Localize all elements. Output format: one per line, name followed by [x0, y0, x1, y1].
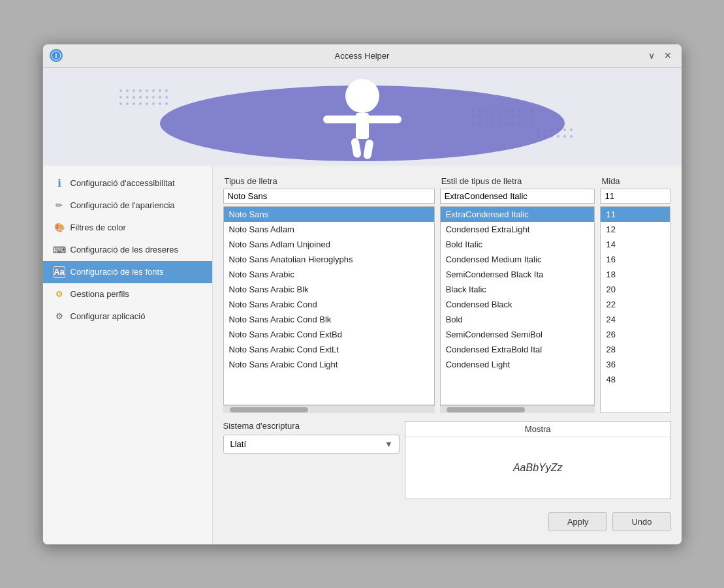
svg-point-9	[165, 89, 168, 92]
list-item[interactable]: Noto Sans Arabic Cond ExtBd	[224, 327, 434, 342]
svg-text:i: i	[55, 52, 57, 59]
list-item[interactable]: Condensed Light	[441, 357, 595, 372]
list-item[interactable]: 18	[601, 267, 670, 282]
font-style-scrollbar-h[interactable]	[440, 405, 595, 413]
minimize-button[interactable]: ∨	[645, 49, 658, 62]
svg-point-2	[119, 89, 122, 92]
list-item[interactable]: Black Italic	[441, 282, 595, 297]
list-item[interactable]: Noto Sans	[224, 207, 434, 222]
list-item[interactable]: Noto Sans Arabic	[224, 267, 434, 282]
font-type-scrollbar-h[interactable]	[223, 405, 435, 413]
list-item[interactable]: Noto Sans Arabic Cond ExtLt	[224, 342, 434, 357]
list-item[interactable]: 26	[601, 327, 670, 342]
list-item[interactable]: 28	[601, 342, 670, 357]
list-item[interactable]: 14	[601, 237, 670, 252]
font-type-input[interactable]	[223, 189, 435, 204]
accessibility-icon: ℹ	[54, 178, 65, 189]
font-type-list[interactable]: Noto Sans Noto Sans Adlam Noto Sans Adla…	[223, 206, 435, 405]
svg-point-21	[139, 102, 142, 105]
list-item[interactable]: Condensed ExtraLight	[441, 222, 595, 237]
font-type-scroll-thumb[interactable]	[230, 407, 308, 412]
list-item[interactable]: 22	[601, 297, 670, 312]
list-item[interactable]: Condensed Medium Italic	[441, 252, 595, 267]
svg-point-5	[139, 89, 142, 92]
list-item[interactable]: SemiCondensed Black Ita	[441, 267, 595, 282]
sidebar-item-appearance[interactable]: ✏ Configuració de l'apariencia	[43, 194, 212, 217]
svg-rect-72	[362, 116, 401, 123]
font-style-scroll-thumb[interactable]	[447, 407, 525, 412]
svg-point-15	[152, 96, 155, 99]
svg-point-12	[133, 96, 135, 99]
font-section: Tipus de lletra Noto Sans Noto Sans Adla…	[223, 176, 671, 413]
list-item[interactable]: Noto Sans Arabic Cond Light	[224, 357, 434, 372]
list-item[interactable]: Bold	[441, 312, 595, 327]
profiles-icon: ⚙	[54, 288, 65, 300]
svg-point-24	[159, 102, 161, 105]
list-item[interactable]: Noto Sans Arabic Cond	[224, 297, 434, 312]
bottom-section: Sistema d'escriptura Llatí Grec Ciríl·li…	[223, 421, 671, 499]
svg-point-66	[563, 135, 566, 138]
sidebar-item-color-filters[interactable]: 🎨 Filtres de color	[43, 217, 212, 239]
sidebar-item-accessibility[interactable]: ℹ Configuració d'accessibilitat	[43, 172, 212, 194]
list-item[interactable]: Condensed Black	[441, 297, 595, 312]
list-item[interactable]: 24	[601, 312, 670, 327]
list-item[interactable]: 16	[601, 252, 670, 267]
list-item[interactable]: Noto Sans Anatolian Hieroglyphs	[224, 252, 434, 267]
font-type-column: Tipus de lletra Noto Sans Noto Sans Adla…	[223, 176, 435, 413]
list-item[interactable]: Noto Sans Arabic Cond Blk	[224, 312, 434, 327]
sidebar-item-fonts[interactable]: Aa Configuració de les fonts	[43, 261, 212, 283]
list-item[interactable]: 11	[601, 207, 670, 222]
font-size-column: Mida 11 12 14 16 18 20 22 24 26 28 36	[600, 176, 670, 413]
window-title: Access Helper	[335, 51, 390, 61]
list-item[interactable]: SemiCondensed SemiBol	[441, 327, 595, 342]
shortcuts-icon: ⌨	[54, 244, 65, 256]
svg-point-22	[146, 102, 148, 105]
apply-button[interactable]: Apply	[548, 512, 608, 531]
font-style-input[interactable]	[440, 189, 595, 204]
list-item[interactable]: Bold Italic	[441, 237, 595, 252]
list-item[interactable]: 48	[601, 372, 670, 387]
svg-point-10	[119, 96, 122, 99]
writing-system-select[interactable]: Llatí Grec Ciríl·lic Àrab Hebreu	[223, 435, 400, 454]
undo-button[interactable]: Undo	[612, 512, 670, 531]
appearance-icon: ✏	[54, 200, 65, 211]
svg-point-8	[159, 89, 161, 92]
font-size-input[interactable]	[600, 189, 670, 204]
list-item[interactable]: 20	[601, 282, 670, 297]
font-size-list[interactable]: 11 12 14 16 18 20 22 24 26 28 36 48	[600, 206, 670, 413]
list-item[interactable]: ExtraCondensed Italic	[441, 207, 595, 222]
list-item[interactable]: 36	[601, 357, 670, 372]
sidebar-item-shortcuts[interactable]: ⌨ Configuració de les dreseres	[43, 239, 212, 261]
list-item[interactable]: 12	[601, 222, 670, 237]
list-item[interactable]: Condensed ExtraBold Ital	[441, 342, 595, 357]
svg-point-4	[133, 89, 135, 92]
app-icon: i	[50, 49, 63, 62]
svg-point-6	[146, 89, 148, 92]
sidebar-item-profiles[interactable]: ⚙ Gestiona perfils	[43, 283, 212, 305]
list-item[interactable]: Noto Sans Arabic Blk	[224, 282, 434, 297]
sidebar-label-app-config: Configurar aplicació	[71, 311, 146, 321]
sidebar-item-app-config[interactable]: ⚙ Configurar aplicació	[43, 305, 212, 328]
svg-point-16	[159, 96, 161, 99]
close-button[interactable]: ✕	[661, 49, 675, 62]
svg-point-23	[152, 102, 155, 105]
fonts-icon: Aa	[54, 266, 65, 278]
writing-system-label: Sistema d'escriptura	[223, 421, 400, 431]
list-item[interactable]: Noto Sans Adlam	[224, 222, 434, 237]
font-size-header: Mida	[600, 176, 670, 186]
svg-point-3	[126, 89, 129, 92]
titlebar-controls: ∨ ✕	[645, 49, 675, 62]
svg-point-18	[119, 102, 122, 105]
font-style-header: Estil de tipus de lletra	[440, 176, 595, 186]
font-type-header: Tipus de lletra	[223, 176, 435, 186]
sidebar: ℹ Configuració d'accessibilitat ✏ Config…	[43, 166, 213, 544]
sidebar-label-profiles: Gestiona perfils	[71, 289, 129, 299]
sidebar-label-accessibility: Configuració d'accessibilitat	[71, 178, 175, 188]
titlebar-left: i	[50, 49, 63, 62]
app-config-icon: ⚙	[54, 311, 65, 322]
list-item[interactable]: Noto Sans Adlam Unjoined	[224, 237, 434, 252]
svg-point-65	[557, 135, 559, 138]
svg-point-67	[570, 135, 573, 138]
font-style-list[interactable]: ExtraCondensed Italic Condensed ExtraLig…	[440, 206, 595, 405]
writing-system-select-wrapper: Llatí Grec Ciríl·lic Àrab Hebreu ▼	[223, 435, 400, 454]
